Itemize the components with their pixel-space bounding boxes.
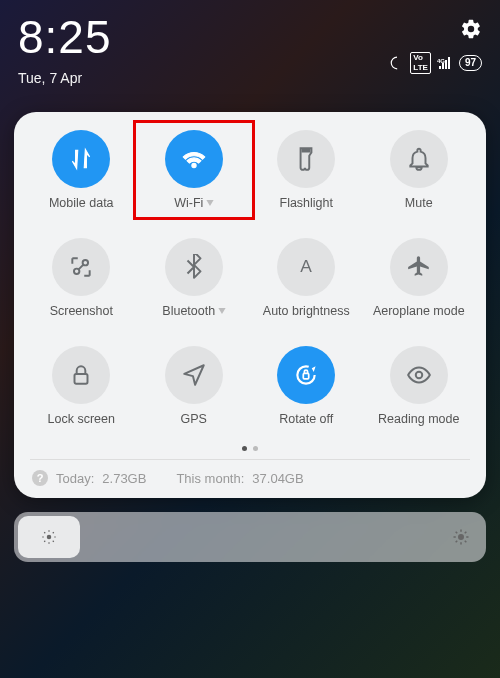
svg-text:A: A (300, 256, 312, 276)
rotate-lock-icon (277, 346, 335, 404)
eye-icon (390, 346, 448, 404)
svg-point-2 (83, 260, 88, 265)
svg-point-5 (298, 366, 315, 383)
page-dot (242, 446, 247, 451)
brightness-slider-handle[interactable] (18, 516, 80, 558)
tile-mobile-data[interactable]: Mobile data (30, 130, 133, 210)
svg-text:4G: 4G (437, 58, 445, 64)
brightness-high-icon (452, 528, 470, 546)
status-indicators: VoLTE 4G 97 (390, 52, 482, 74)
tile-bluetooth[interactable]: Bluetooth (143, 238, 246, 318)
signal-4g-icon: 4G (437, 57, 453, 69)
auto-brightness-icon: A (277, 238, 335, 296)
quick-settings-grid: Mobile data Wi-Fi Flashlight Mute (30, 130, 470, 426)
tile-wifi[interactable]: Wi-Fi (143, 130, 246, 210)
wifi-icon (165, 130, 223, 188)
expand-indicator-icon (219, 308, 226, 314)
battery-indicator: 97 (459, 55, 482, 71)
svg-point-1 (74, 269, 79, 274)
bell-icon (390, 130, 448, 188)
tile-gps[interactable]: GPS (143, 346, 246, 426)
tile-lock-screen[interactable]: Lock screen (30, 346, 133, 426)
tile-flashlight[interactable]: Flashlight (255, 130, 358, 210)
info-icon: ? (32, 470, 48, 486)
clock: 8:25 (18, 14, 112, 60)
usage-today-label: Today: (56, 471, 94, 486)
tile-rotate-off[interactable]: Rotate off (255, 346, 358, 426)
flashlight-icon (277, 130, 335, 188)
brightness-slider[interactable] (14, 512, 486, 562)
usage-today-value: 2.73GB (102, 471, 146, 486)
settings-icon[interactable] (460, 18, 482, 40)
tile-aeroplane-mode[interactable]: Aeroplane mode (368, 238, 471, 318)
svg-point-9 (458, 534, 464, 540)
lock-icon (52, 346, 110, 404)
bluetooth-icon (165, 238, 223, 296)
svg-rect-6 (304, 373, 309, 378)
mobile-data-icon (52, 130, 110, 188)
svg-point-7 (416, 372, 423, 379)
brightness-low-icon (40, 528, 58, 546)
location-arrow-icon (165, 346, 223, 404)
quick-settings-panel: Mobile data Wi-Fi Flashlight Mute (14, 112, 486, 498)
tile-auto-brightness[interactable]: A Auto brightness (255, 238, 358, 318)
svg-rect-4 (75, 374, 88, 384)
volte-badge: VoLTE (410, 52, 431, 74)
screenshot-icon (52, 238, 110, 296)
tile-mute[interactable]: Mute (368, 130, 471, 210)
page-indicator[interactable] (30, 446, 470, 451)
usage-month-value: 37.04GB (252, 471, 303, 486)
tile-reading-mode[interactable]: Reading mode (368, 346, 471, 426)
usage-month-label: This month: (176, 471, 244, 486)
page-dot (253, 446, 258, 451)
data-usage-row[interactable]: ? Today: 2.73GB This month: 37.04GB (30, 470, 470, 486)
separator (30, 459, 470, 460)
tile-screenshot[interactable]: Screenshot (30, 238, 133, 318)
airplane-icon (390, 238, 448, 296)
status-bar: 8:25 Tue, 7 Apr VoLTE 4G 97 (0, 0, 500, 90)
expand-indicator-icon (207, 200, 214, 206)
date: Tue, 7 Apr (18, 70, 112, 86)
svg-point-8 (47, 535, 52, 540)
dnd-moon-icon (390, 56, 404, 70)
